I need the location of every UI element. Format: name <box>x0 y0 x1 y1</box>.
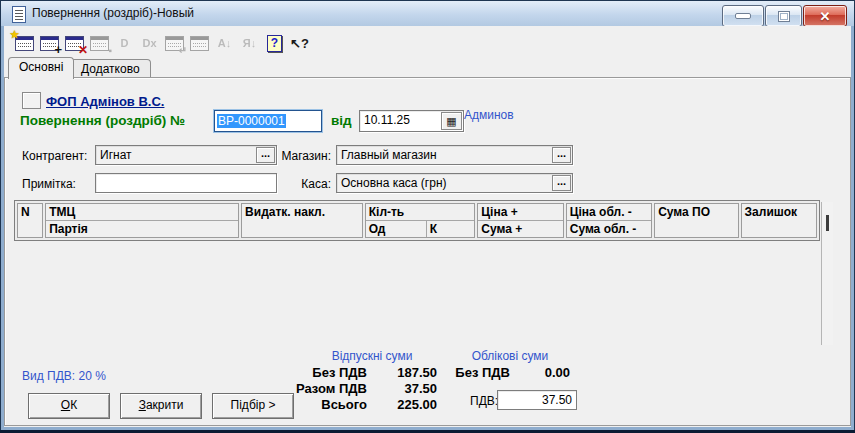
items-table: N ТМЦ Партія Видатк. накл. Кіл-ть Од К <box>14 200 833 348</box>
cash-input[interactable]: Основна каса (грн) ... <box>336 173 573 193</box>
sum-value: 37.50 <box>367 381 437 397</box>
vat-field-label: ПДВ: <box>470 394 498 408</box>
cut-row-button-icon: D <box>121 37 129 49</box>
acc-no-vat-row: Без ПДВ 0.00 <box>440 365 570 381</box>
col-qty: Кіл-ть <box>366 204 475 220</box>
date-value: 10.11.25 <box>364 113 410 127</box>
acc-sums-title: Облікові суми <box>462 349 558 363</box>
doc-number-label: Повернення (роздріб) № <box>20 113 185 128</box>
date-label: від <box>331 113 352 128</box>
sum-value: 187.50 <box>367 365 437 381</box>
contractor-value: Игнат <box>100 148 132 162</box>
sort-asc-button-icon: А↓ <box>218 37 231 49</box>
ok-button[interactable]: ОК <box>28 393 110 419</box>
shop-label: Магазин: <box>271 149 331 163</box>
col-tmc: ТМЦ <box>46 204 238 220</box>
cash-value: Основна каса (грн) <box>341 176 447 190</box>
window-title: Повернення (роздріб)-Новый <box>32 6 194 20</box>
sum-row: Всього225.00 <box>267 397 437 413</box>
col-invoice: Видатк. накл. <box>242 204 362 237</box>
document-icon <box>12 6 26 23</box>
sort-asc-button: А↓ <box>212 32 237 54</box>
add-row-button[interactable]: + <box>37 32 62 54</box>
mark-rows-button <box>187 32 212 54</box>
delete-row-button[interactable]: ✕ <box>62 32 87 54</box>
firm-link[interactable]: ФОП Адмінов В.С. <box>46 94 164 109</box>
note-input[interactable] <box>95 173 277 193</box>
author-label: Админов <box>464 108 514 122</box>
scrollbar-thumb[interactable] <box>826 215 829 231</box>
col-sum-acc: Сума обл. - <box>567 220 651 237</box>
shop-picker-button[interactable]: ... <box>552 147 571 163</box>
shop-input[interactable]: Главный магазин ... <box>336 145 573 165</box>
table-header-row: N ТМЦ Партія Видатк. накл. Кіл-ть Од К <box>17 203 817 238</box>
move-row-button: ↵ <box>162 32 187 54</box>
cut-row-button: D <box>112 32 137 54</box>
close-button[interactable]: ✕ <box>803 5 847 27</box>
sum-label: Без ПДВ <box>267 365 367 381</box>
col-unit: Од <box>366 221 427 237</box>
contractor-input[interactable]: Игнат ... <box>95 145 277 165</box>
col-price: Ціна + <box>478 204 562 220</box>
toolbar: ★+✕▪DDx↵А↓Я↓?↖? <box>12 31 312 55</box>
calendar-icon: ▦ <box>446 112 456 130</box>
copy-row-button: ▪ <box>87 32 112 54</box>
paste-row-button: Dx <box>137 32 162 54</box>
col-sum-po: Сума ПО <box>655 204 737 237</box>
doc-number-input[interactable]: ВР-0000001 <box>214 110 322 132</box>
tab-main[interactable]: Основні <box>8 57 74 79</box>
footer-buttons: ОКЗакритиПідбір > <box>28 393 304 419</box>
table-icon <box>190 36 209 51</box>
minimize-icon <box>735 13 751 19</box>
tab-additional[interactable]: Додатково <box>70 59 151 78</box>
col-rest: Залишок <box>742 204 816 237</box>
sum-value: 225.00 <box>367 397 437 413</box>
context-help-button-icon: ↖? <box>290 36 309 51</box>
col-sum: Сума + <box>478 220 562 237</box>
cash-picker-button[interactable]: ... <box>552 175 571 191</box>
vat-input[interactable]: 37.50 <box>497 390 577 410</box>
sum-label: Всього <box>267 397 367 413</box>
window: Повернення (роздріб)-Новый ✕ ★+✕▪DDx↵А↓Я… <box>0 0 855 433</box>
help-button-icon: ? <box>267 35 282 52</box>
new-row-button[interactable]: ★ <box>12 32 37 54</box>
col-k: К <box>427 221 475 237</box>
minimize-button[interactable] <box>722 5 764 27</box>
note-label: Примітка: <box>22 177 76 191</box>
col-party: Партія <box>46 220 238 237</box>
doc-number-selected-text: ВР-0000001 <box>217 114 286 128</box>
sum-row: Без ПДВ187.50 <box>267 365 437 381</box>
sort-desc-button-icon: Я↓ <box>243 37 256 49</box>
context-help-button[interactable]: ↖? <box>287 32 312 54</box>
contractor-label: Контрагент: <box>22 149 87 163</box>
table-icon <box>90 36 109 51</box>
calendar-button[interactable]: ▦ <box>441 112 462 130</box>
items-grid: N ТМЦ Партія Видатк. накл. Кіл-ть Од К <box>14 200 820 241</box>
acc-no-vat-label: Без ПДВ <box>440 365 510 381</box>
acc-no-vat-value: 0.00 <box>510 365 570 381</box>
vat-kind-label: Вид ПДВ: 20 % <box>22 369 106 383</box>
paste-row-button-icon: Dx <box>142 37 156 49</box>
date-input[interactable]: 10.11.25 ▦ <box>359 110 464 132</box>
table-scrollbar[interactable] <box>821 202 833 345</box>
sum-label: Разом ПДВ <box>267 381 367 397</box>
shop-value: Главный магазин <box>341 148 437 162</box>
col-price-acc: Ціна обл. - <box>567 204 651 220</box>
firm-toggle-button[interactable] <box>22 92 41 109</box>
sale-sums-title: Відпускні суми <box>302 349 442 363</box>
title-bar[interactable]: Повернення (роздріб)-Новый ✕ <box>1 1 854 26</box>
cash-label: Каса: <box>271 177 331 191</box>
help-button[interactable]: ? <box>262 32 287 54</box>
sum-row: Разом ПДВ37.50 <box>267 381 437 397</box>
maximize-icon <box>778 11 790 22</box>
sale-sums-rows: Без ПДВ187.50Разом ПДВ37.50Всього225.00 <box>267 365 437 413</box>
maximize-button[interactable] <box>765 5 802 27</box>
close-button[interactable]: Закрити <box>120 393 202 419</box>
col-n: N <box>18 204 42 237</box>
sort-desc-button: Я↓ <box>237 32 262 54</box>
